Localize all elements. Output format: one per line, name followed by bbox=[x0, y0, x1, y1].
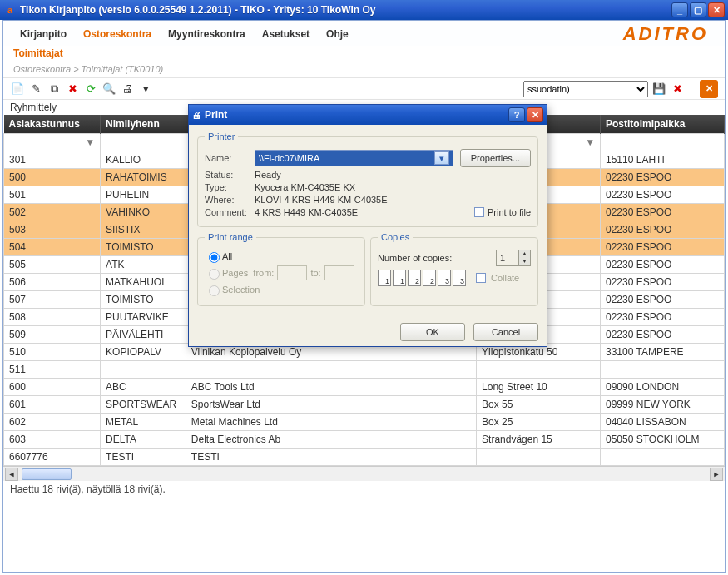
ok-button[interactable]: OK bbox=[400, 323, 465, 341]
refresh-icon[interactable]: ⟳ bbox=[83, 82, 98, 97]
cell: 02230 ESPOO bbox=[601, 239, 725, 256]
menu-asetukset[interactable]: Asetukset bbox=[254, 25, 318, 43]
copy-icon[interactable]: ⧉ bbox=[47, 82, 62, 97]
dialog-titlebar: 🖨 Print ? ✕ bbox=[189, 105, 547, 125]
cell: 509 bbox=[4, 326, 101, 344]
horizontal-scrollbar[interactable]: ◄ ► bbox=[3, 466, 725, 481]
cell: 02230 ESPOO bbox=[601, 274, 725, 291]
scroll-right-icon[interactable]: ► bbox=[710, 468, 723, 481]
close-button[interactable]: ✕ bbox=[708, 2, 725, 17]
column-header[interactable]: Postitoimipaikka bbox=[601, 115, 725, 134]
cell bbox=[601, 361, 725, 379]
cell: 601 bbox=[4, 396, 101, 414]
cell: ATK bbox=[101, 256, 186, 274]
cell: KOPIOPALV bbox=[101, 344, 186, 361]
action-button[interactable]: ✕ bbox=[700, 80, 718, 98]
menu-kirjanpito[interactable]: Kirjanpito bbox=[12, 25, 75, 43]
scroll-thumb[interactable] bbox=[22, 468, 72, 480]
filter-cell[interactable]: ▼ bbox=[4, 134, 101, 151]
column-header[interactable]: Nimilyhenn bbox=[101, 115, 186, 134]
chevron-down-icon[interactable]: ▾ bbox=[138, 82, 153, 97]
cell: 503 bbox=[4, 221, 101, 239]
delete-icon[interactable]: ✖ bbox=[65, 82, 80, 97]
selection-label: Selection bbox=[222, 285, 260, 295]
delete-filter-icon[interactable]: ✖ bbox=[670, 82, 685, 97]
cell: DELTA bbox=[101, 431, 186, 449]
dialog-close-button[interactable]: ✕ bbox=[527, 107, 543, 122]
comment-value: 4 KRS H449 KM-C4035E bbox=[255, 207, 358, 217]
table-row[interactable]: 511 bbox=[4, 361, 725, 379]
filter-icon[interactable]: ▼ bbox=[85, 136, 95, 148]
menu-ostoreskontra[interactable]: Ostoreskontra bbox=[75, 25, 160, 43]
filter-icon[interactable]: ▼ bbox=[585, 136, 595, 148]
window-title: Tikon Kirjanpito (versio 6.0.0.25549 1.2… bbox=[20, 4, 671, 16]
table-row[interactable]: 601SPORTSWEARSportsWear LtdBox 5509999 N… bbox=[4, 396, 725, 414]
cell: 33100 TAMPERE bbox=[601, 344, 725, 361]
cell: PUHELIN bbox=[101, 186, 186, 204]
print-to-file-checkbox[interactable] bbox=[474, 207, 484, 217]
chevron-down-icon[interactable]: ▾ bbox=[434, 151, 449, 165]
cell: Strandvägen 15 bbox=[477, 431, 601, 449]
cell bbox=[101, 361, 186, 379]
column-header[interactable]: Asiakastunnus bbox=[4, 115, 101, 134]
collate-icon bbox=[408, 270, 421, 286]
cell: TESTI bbox=[101, 449, 186, 466]
filter-cell[interactable] bbox=[601, 134, 725, 151]
page-title: Toimittajat bbox=[3, 46, 725, 62]
scroll-left-icon[interactable]: ◄ bbox=[5, 468, 18, 481]
cell: 04040 LISSABON bbox=[601, 414, 725, 431]
cell: 02230 ESPOO bbox=[601, 221, 725, 239]
cancel-button[interactable]: Cancel bbox=[473, 323, 538, 341]
pages-label: Pages bbox=[222, 268, 248, 278]
table-row[interactable]: 600ABCABC Tools LtdLong Street 1009090 L… bbox=[4, 379, 725, 396]
menu-myyntireskontra[interactable]: Myyntireskontra bbox=[160, 25, 254, 43]
copies-input[interactable]: 1▲▼ bbox=[496, 250, 531, 266]
selection-radio bbox=[209, 285, 220, 296]
edit-icon[interactable]: ✎ bbox=[28, 82, 43, 97]
print-to-file-label: Print to file bbox=[488, 207, 531, 217]
menu-ohje[interactable]: Ohje bbox=[318, 25, 357, 43]
cell: 09999 NEW YORK bbox=[601, 396, 725, 414]
menubar: KirjanpitoOstoreskontraMyyntireskontraAs… bbox=[3, 21, 725, 46]
copies-group: Copies Number of copies: 1▲▼ Collate bbox=[370, 232, 538, 306]
to-label: to: bbox=[310, 268, 320, 278]
table-row[interactable]: 602METALMetal Machines LtdBox 2504040 LI… bbox=[4, 414, 725, 431]
new-icon[interactable]: 📄 bbox=[10, 82, 25, 97]
status-text: Haettu 18 rivi(ä), näytöllä 18 rivi(ä). bbox=[3, 481, 725, 498]
spin-up-icon[interactable]: ▲ bbox=[518, 250, 530, 258]
type-value: Kyocera KM-C4035E KX bbox=[255, 182, 355, 192]
cell: 02230 ESPOO bbox=[601, 204, 725, 221]
spin-down-icon[interactable]: ▼ bbox=[518, 258, 530, 265]
table-row[interactable]: 603DELTADelta Electronics AbStrandvägen … bbox=[4, 431, 725, 449]
print-icon[interactable]: 🖨 bbox=[120, 82, 135, 97]
toolbar: 📄 ✎ ⧉ ✖ ⟳ 🔍 🖨 ▾ ssuodatin) 💾 ✖ ✕ bbox=[3, 78, 725, 100]
search-icon[interactable]: 🔍 bbox=[102, 82, 116, 97]
minimize-button[interactable]: _ bbox=[671, 2, 688, 17]
properties-button[interactable]: Properties... bbox=[460, 149, 531, 167]
cell: ABC bbox=[101, 379, 186, 396]
printer-legend: Printer bbox=[205, 131, 238, 141]
help-button[interactable]: ? bbox=[508, 107, 525, 122]
collate-label: Collate bbox=[491, 273, 519, 283]
filter-select[interactable]: ssuodatin) bbox=[523, 81, 648, 97]
cell bbox=[477, 361, 601, 379]
cell: 504 bbox=[4, 239, 101, 256]
cell: 02230 ESPOO bbox=[601, 186, 725, 204]
filter-cell[interactable] bbox=[101, 134, 186, 151]
num-copies-label: Number of copies: bbox=[378, 253, 452, 263]
all-radio[interactable] bbox=[209, 252, 220, 263]
save-icon[interactable]: 💾 bbox=[651, 82, 666, 97]
to-input bbox=[324, 265, 354, 280]
cell: 502 bbox=[4, 204, 101, 221]
collate-icon bbox=[393, 270, 406, 286]
cell: 501 bbox=[4, 186, 101, 204]
printer-select[interactable]: \\Fi-dc07\MIRA ▾ bbox=[255, 150, 453, 166]
cell: 02230 ESPOO bbox=[601, 326, 725, 344]
status-label: Status: bbox=[205, 170, 255, 180]
range-legend: Print range bbox=[205, 232, 256, 242]
cell bbox=[477, 449, 601, 466]
table-row[interactable]: 6607776TESTITESTI bbox=[4, 449, 725, 466]
from-label: from: bbox=[253, 268, 274, 278]
cell: TESTI bbox=[186, 449, 476, 466]
maximize-button[interactable]: ▢ bbox=[690, 2, 706, 17]
